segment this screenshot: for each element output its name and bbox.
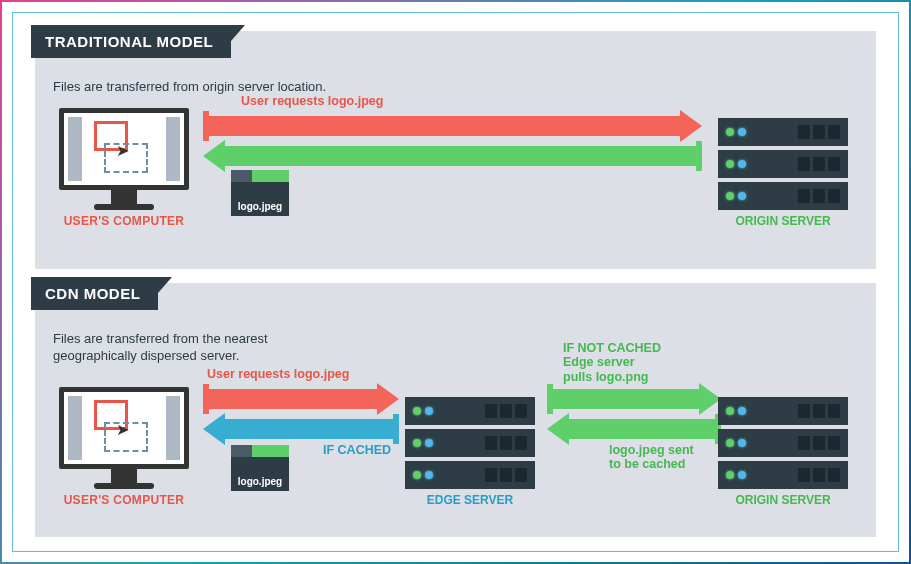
cdn-subtitle: Files are transferred from the nearest g… <box>53 331 333 365</box>
file-icon: logo.jpeg <box>231 445 289 491</box>
cdn-cached-label: IF CACHED <box>323 443 391 457</box>
edge-server: EDGE SERVER <box>405 397 535 507</box>
request-arrow <box>203 116 702 136</box>
text: pulls logo.png <box>563 370 648 384</box>
server-rack-icon <box>718 429 848 457</box>
user-computer: ➤ USER'S COMPUTER <box>59 108 189 228</box>
cdn-notcached-label: IF NOT CACHED Edge server pulls logo.png <box>563 341 661 384</box>
traditional-panel: TRADITIONAL MODEL Files are transferred … <box>35 31 876 269</box>
edge-server-label: EDGE SERVER <box>405 493 535 507</box>
server-rack-icon <box>405 461 535 489</box>
text: logo.jpeg sent <box>609 443 694 457</box>
server-rack-icon <box>718 461 848 489</box>
cursor-icon: ➤ <box>116 141 129 160</box>
cdn-pull-arrow <box>547 389 721 409</box>
cdn-request-arrow <box>203 389 399 409</box>
cdn-request-label: User requests logo.jpeg <box>207 367 349 381</box>
server-rack-icon <box>718 182 848 210</box>
server-rack-icon <box>405 397 535 425</box>
user-computer: ➤ USER'S COMPUTER <box>59 387 189 507</box>
cdn-panel: CDN MODEL Files are transferred from the… <box>35 283 876 537</box>
arrow-head-icon <box>203 140 225 172</box>
traditional-stage: User requests logo.jpeg logo.jpeg <box>53 102 858 252</box>
file-label: logo.jpeg <box>231 201 289 212</box>
cdn-cache-return-label: logo.jpeg sent to be cached <box>609 443 694 472</box>
origin-server: ORIGIN SERVER <box>718 397 848 507</box>
cdn-title: CDN MODEL <box>31 277 158 310</box>
arrow-head-icon <box>547 413 569 445</box>
cdn-cached-arrow <box>203 419 399 439</box>
server-rack-icon <box>718 150 848 178</box>
arrow-bar <box>225 146 696 166</box>
cdn-cache-return-arrow <box>547 419 721 439</box>
origin-server-label: ORIGIN SERVER <box>718 214 848 228</box>
file-icon: logo.jpeg <box>231 170 289 216</box>
diagram-container: TRADITIONAL MODEL Files are transferred … <box>12 12 899 552</box>
traditional-title: TRADITIONAL MODEL <box>31 25 231 58</box>
response-arrow <box>203 146 702 166</box>
origin-server: ORIGIN SERVER <box>718 118 848 228</box>
text: IF NOT CACHED <box>563 341 661 355</box>
origin-server-label: ORIGIN SERVER <box>718 493 848 507</box>
arrow-bar <box>209 116 680 136</box>
user-computer-label: USER'S COMPUTER <box>59 493 189 507</box>
server-rack-icon <box>718 397 848 425</box>
arrow-tail <box>696 141 702 171</box>
user-computer-label: USER'S COMPUTER <box>59 214 189 228</box>
request-label: User requests logo.jpeg <box>241 94 383 108</box>
text: Edge server <box>563 355 635 369</box>
arrow-head-icon <box>203 413 225 445</box>
cursor-icon: ➤ <box>116 420 129 439</box>
monitor-icon: ➤ <box>59 108 189 190</box>
arrow-head-icon <box>680 110 702 142</box>
cdn-stage: User requests logo.jpeg IF CACHED IF NOT… <box>53 371 858 531</box>
server-rack-icon <box>718 118 848 146</box>
monitor-icon: ➤ <box>59 387 189 469</box>
arrow-head-icon <box>377 383 399 415</box>
text: to be cached <box>609 457 685 471</box>
server-rack-icon <box>405 429 535 457</box>
file-label: logo.jpeg <box>231 476 289 487</box>
